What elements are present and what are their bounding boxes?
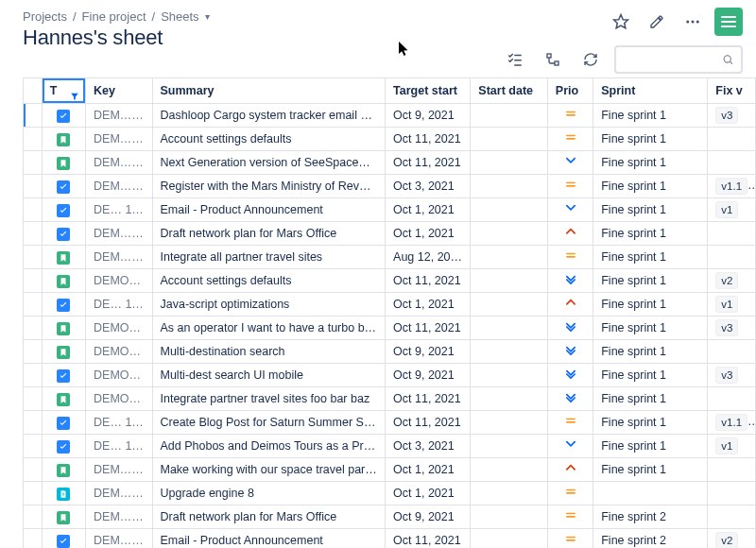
cell-type[interactable] (42, 151, 85, 175)
row-handle[interactable] (24, 293, 43, 317)
cell-summary[interactable]: Multi-destination search (152, 340, 386, 364)
cell-priority[interactable] (547, 246, 593, 269)
cell-sprint[interactable]: Fine sprint 1 (593, 198, 708, 222)
cell-type[interactable] (42, 364, 85, 387)
table-row[interactable]: DEMO-97Integrate partner travel sites fo… (24, 387, 756, 411)
table-row[interactable]: DE… 109Add Phobos and Deimos Tours as a … (24, 435, 756, 458)
cell-fix[interactable]: v3 (708, 364, 756, 387)
cell-summary[interactable]: Email - Product Announcement (152, 198, 386, 222)
cell-summary[interactable]: Register with the Mars Ministry of Reven… (152, 175, 386, 198)
cell-start-date[interactable] (471, 151, 547, 175)
cell-summary[interactable]: Upgrade engine 8 (152, 482, 386, 505)
table-row[interactable]: DE… 100Java-script optimizationsOct 1, 2… (24, 293, 756, 317)
cell-type[interactable] (42, 458, 85, 482)
table-row[interactable]: DEM… 116Next Generation version of SeeSp… (24, 151, 756, 175)
cell-summary[interactable]: Draft network plan for Mars Office (152, 505, 386, 529)
cell-key[interactable]: DE… 108 (86, 411, 152, 435)
cell-summary[interactable]: Integrate all partner travel sites (152, 246, 386, 269)
cell-fix[interactable]: v1.1 (708, 175, 756, 198)
cell-start-date[interactable] (471, 128, 547, 151)
cell-fix[interactable] (708, 482, 756, 505)
row-handle[interactable] (24, 175, 43, 198)
cell-fix[interactable] (708, 458, 756, 482)
cell-sprint[interactable]: Fine sprint 1 (593, 222, 708, 246)
cell-target-start[interactable]: Oct 1, 2021 (386, 222, 471, 246)
cell-priority[interactable] (547, 293, 593, 317)
cell-summary[interactable]: Account settings defaults (152, 128, 386, 151)
cell-target-start[interactable]: Aug 12, 2021 (386, 246, 471, 269)
cell-target-start[interactable]: Oct 11, 2021 (386, 269, 471, 293)
col-key[interactable]: Key (86, 78, 152, 104)
cell-summary[interactable]: Integrate partner travel sites foo bar b… (152, 387, 386, 411)
table-row[interactable]: DEMO-96Multi-destination searchOct 9, 20… (24, 340, 756, 364)
cell-priority[interactable] (547, 458, 593, 482)
cell-key[interactable]: DEM… 121 (86, 128, 152, 151)
cell-start-date[interactable] (471, 364, 547, 387)
cell-key[interactable]: DEM… 111 (86, 104, 152, 128)
table-row[interactable]: DE… 108Create Blog Post for Saturn Summe… (24, 411, 756, 435)
row-handle[interactable] (24, 387, 43, 411)
row-handle[interactable] (24, 458, 43, 482)
row-handle[interactable] (24, 128, 43, 151)
cell-sprint[interactable]: Fine sprint 1 (593, 340, 708, 364)
cell-start-date[interactable] (471, 317, 547, 340)
cell-summary[interactable]: Create Blog Post for Saturn Summer Sale (152, 411, 386, 435)
breadcrumb-sheets[interactable]: Sheets (161, 9, 198, 24)
col-sprint[interactable]: Sprint (593, 78, 708, 104)
cell-target-start[interactable]: Oct 9, 2021 (386, 364, 471, 387)
cell-target-start[interactable]: Oct 1, 2021 (386, 458, 471, 482)
cell-target-start[interactable]: Oct 1, 2021 (386, 482, 471, 505)
cell-sprint[interactable]: Fine sprint 2 (593, 529, 708, 549)
cell-type[interactable] (42, 435, 85, 458)
cell-sprint[interactable]: Fine sprint 1 (593, 435, 708, 458)
cell-priority[interactable] (547, 104, 593, 128)
row-handle[interactable] (24, 505, 43, 529)
cell-start-date[interactable] (471, 435, 547, 458)
breadcrumb-projects[interactable]: Projects (23, 9, 67, 24)
cell-priority[interactable] (547, 340, 593, 364)
row-handle[interactable] (24, 246, 43, 269)
cell-summary[interactable]: As an operator I want to have a turbo bu… (152, 317, 386, 340)
cell-start-date[interactable] (471, 482, 547, 505)
cell-key[interactable]: DEM…126 (86, 529, 152, 549)
more-icon[interactable] (679, 8, 707, 36)
cell-start-date[interactable] (471, 269, 547, 293)
cell-sprint[interactable]: Fine sprint 1 (593, 151, 708, 175)
cell-start-date[interactable] (471, 505, 547, 529)
cell-target-start[interactable]: Oct 11, 2021 (386, 151, 471, 175)
chevron-down-icon[interactable]: ▾ (205, 11, 210, 22)
cell-type[interactable] (42, 340, 85, 364)
cell-fix[interactable]: v1 (708, 293, 756, 317)
cell-target-start[interactable]: Oct 9, 2021 (386, 104, 471, 128)
row-handle[interactable] (24, 317, 43, 340)
cell-fix[interactable] (708, 340, 756, 364)
row-handle[interactable] (24, 482, 43, 505)
cell-type[interactable] (42, 198, 85, 222)
cell-sprint[interactable]: Fine sprint 1 (593, 458, 708, 482)
cell-fix[interactable]: v3 (708, 104, 756, 128)
cell-sprint[interactable]: Fine sprint 1 (593, 317, 708, 340)
cell-key[interactable]: DEM…107 (86, 458, 152, 482)
table-row[interactable]: DEM… 121Account settings defaultsOct 11,… (24, 128, 756, 151)
cell-start-date[interactable] (471, 458, 547, 482)
cell-fix[interactable] (708, 246, 756, 269)
cell-sprint[interactable]: Fine sprint 2 (593, 505, 708, 529)
table-row[interactable]: DEM…126Email - Product AnnouncementOct 1… (24, 529, 756, 549)
cell-key[interactable]: DE… 109 (86, 435, 152, 458)
cell-target-start[interactable]: Oct 11, 2021 (386, 411, 471, 435)
cell-type[interactable] (42, 387, 85, 411)
table-row[interactable]: DEM… 115Register with the Mars Ministry … (24, 175, 756, 198)
refresh-icon[interactable] (576, 45, 605, 74)
cell-type[interactable] (42, 175, 85, 198)
row-handle[interactable] (24, 411, 43, 435)
cell-type[interactable] (42, 317, 85, 340)
cell-sprint[interactable]: Fine sprint 1 (593, 246, 708, 269)
cell-sprint[interactable]: Fine sprint 1 (593, 364, 708, 387)
cell-fix[interactable] (708, 222, 756, 246)
checklist-icon[interactable] (501, 45, 529, 74)
cell-summary[interactable]: Account settings defaults (152, 269, 386, 293)
table-row[interactable]: DEM…127Draft network plan for Mars Offic… (24, 505, 756, 529)
app-logo-icon[interactable] (714, 8, 743, 36)
cell-key[interactable]: DEMO-99 (86, 269, 152, 293)
cell-target-start[interactable]: Oct 1, 2021 (386, 198, 471, 222)
